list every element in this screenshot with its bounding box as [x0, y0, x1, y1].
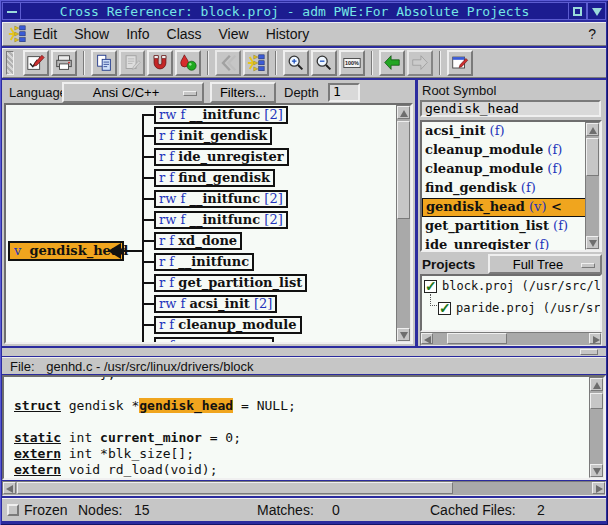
sash-handle[interactable] — [580, 349, 598, 355]
scroll-thumb[interactable] — [447, 333, 507, 344]
symbol-row[interactable]: cleanup_module (f) — [422, 141, 600, 160]
tree-node[interactable]: r f init_gendisk — [154, 127, 272, 145]
project-checkbox[interactable]: ✓ — [424, 280, 437, 293]
tree-node-clipped[interactable]: r f — [154, 337, 274, 344]
menu-show[interactable]: Show — [74, 26, 109, 42]
tree-vertical-scrollbar[interactable] — [396, 105, 411, 342]
tree-connector-line — [142, 240, 154, 242]
window-menu-button[interactable] — [2, 2, 21, 20]
symbol-row[interactable]: ide_unregister (f) — [422, 236, 600, 252]
scroll-down-button[interactable] — [586, 236, 599, 249]
scroll-up-button[interactable] — [586, 123, 599, 136]
tree-node[interactable]: rw f __initfunc [2] — [154, 190, 288, 208]
code-text-token: = 0; — [202, 430, 241, 445]
title-bar[interactable]: Cross Referencer: block.proj - adm PWE:F… — [2, 2, 606, 20]
scroll-right-button[interactable] — [592, 482, 605, 494]
paste-button[interactable] — [119, 50, 145, 76]
code-line: extern void initrd_load(void); — [4, 478, 587, 480]
tree-node[interactable]: r f xd_done — [154, 232, 242, 250]
menu-info[interactable]: Info — [126, 26, 149, 42]
project-item[interactable]: paride.proj (/usr/src — [456, 301, 602, 317]
zoom-out-button[interactable] — [311, 50, 337, 76]
projects-mode-dropdown[interactable]: Full Tree — [488, 254, 602, 274]
scroll-thumb[interactable] — [397, 121, 410, 219]
tree-node[interactable]: rw f __initfunc [2] — [154, 106, 288, 124]
source-code-panel[interactable]: };struct gendisk *gendisk_head = NULL;st… — [2, 375, 606, 480]
root-symbol-label: Root Symbol — [422, 83, 496, 98]
menu-history[interactable]: History — [266, 26, 310, 42]
scroll-up-button[interactable] — [397, 106, 410, 119]
scroll-left-button[interactable] — [3, 482, 16, 494]
reference-tree-panel[interactable]: v gendisk_head rw f __initfunc [2]r f in… — [4, 103, 413, 344]
menu-class[interactable]: Class — [167, 26, 202, 42]
code-text-token: int *blk_size[]; — [61, 446, 194, 461]
symbol-row[interactable]: acsi_init (f) — [422, 122, 600, 141]
menu-edit[interactable]: Edit — [33, 26, 57, 42]
edit-check-button[interactable] — [23, 50, 49, 76]
symbol-list[interactable]: acsi_init (f)cleanup_module (f)cleanup_m… — [420, 120, 602, 252]
colorize-button[interactable] — [175, 50, 201, 76]
unfold-tree-button[interactable] — [243, 50, 269, 76]
symbol-row[interactable]: find_gendisk (f) — [422, 179, 600, 198]
symbol-row[interactable]: cleanup_module (f) — [422, 160, 600, 179]
scroll-thumb[interactable] — [17, 482, 453, 494]
menu-view[interactable]: View — [219, 26, 249, 42]
zoom-100-button[interactable]: 100% — [339, 50, 365, 76]
forward-button[interactable] — [407, 50, 433, 76]
arrow-down-icon — [593, 468, 601, 475]
symbol-kind: (f) — [530, 237, 549, 252]
help-menu[interactable]: ? — [588, 26, 596, 42]
scroll-right-button[interactable] — [589, 333, 601, 344]
scroll-left-button[interactable] — [421, 333, 433, 344]
filters-button[interactable]: Filters... — [210, 82, 276, 103]
tree-node[interactable]: r f get_partition_list — [154, 274, 307, 292]
node-access-kind: r f — [159, 317, 178, 332]
tree-connector-line — [142, 114, 154, 116]
symbol-list-scrollbar[interactable] — [585, 122, 600, 250]
tree-node[interactable]: r f find_gendisk — [154, 169, 275, 187]
scroll-up-button[interactable] — [590, 378, 603, 391]
tree-node[interactable]: rw f acsi_init [2] — [154, 295, 277, 313]
scroll-thumb[interactable] — [590, 393, 603, 409]
tree-connector-line — [142, 324, 154, 326]
tree-root-node[interactable]: v gendisk_head — [8, 241, 124, 261]
node-name: __initfunc — [189, 191, 260, 206]
scroll-thumb[interactable] — [586, 138, 599, 176]
project-item[interactable]: block.proj (/usr/src/li — [442, 279, 602, 295]
tree-node[interactable]: r f __initfunc — [154, 253, 254, 271]
zoom-in-button[interactable] — [283, 50, 309, 76]
scroll-down-button[interactable] — [397, 328, 410, 341]
copy-button[interactable] — [91, 50, 117, 76]
symbol-row[interactable]: get_partition_list (f) — [422, 217, 600, 236]
menu-items: EditShowInfoClassViewHistory — [33, 25, 326, 43]
projects-list[interactable]: ✓block.proj (/usr/src/li✓paride.proj (/u… — [420, 274, 602, 332]
depth-field[interactable]: 1 — [328, 83, 360, 102]
tree-node[interactable]: r f ide_unregister — [154, 148, 289, 166]
highlighted-symbol: gendisk_head — [139, 398, 233, 413]
maximize-icon — [573, 7, 582, 16]
code-line: }; — [4, 375, 587, 382]
tree-node[interactable]: rw f __initfunc [2] — [154, 211, 288, 229]
back-button[interactable] — [379, 50, 405, 76]
symbol-row[interactable]: gendisk_head (v) < — [422, 198, 600, 217]
frozen-checkbox[interactable] — [7, 504, 19, 516]
crossref-button[interactable] — [215, 50, 241, 76]
code-keyword: static — [14, 430, 61, 445]
code-vertical-scrollbar[interactable] — [589, 377, 604, 478]
tree-node[interactable]: r f cleanup_module — [154, 316, 302, 334]
maximize-button[interactable] — [568, 2, 587, 20]
right-column: Root Symbol gendisk_head acsi_init (f)cl… — [418, 80, 606, 346]
matches-value: 0 — [332, 502, 340, 518]
scroll-down-button[interactable] — [590, 464, 603, 477]
projects-horizontal-scrollbar[interactable] — [420, 332, 602, 346]
project-checkbox[interactable]: ✓ — [438, 302, 451, 315]
root-symbol-field[interactable]: gendisk_head — [420, 100, 601, 117]
tree-connector-line — [142, 282, 154, 284]
toolbar-grip[interactable] — [6, 51, 14, 75]
properties-button[interactable] — [447, 50, 473, 76]
print-button[interactable] — [51, 50, 77, 76]
magnet-button[interactable] — [147, 50, 173, 76]
code-horizontal-scrollbar[interactable] — [2, 481, 606, 496]
language-dropdown[interactable]: Ansi C/C++ — [62, 82, 204, 103]
shade-button[interactable] — [587, 2, 606, 20]
